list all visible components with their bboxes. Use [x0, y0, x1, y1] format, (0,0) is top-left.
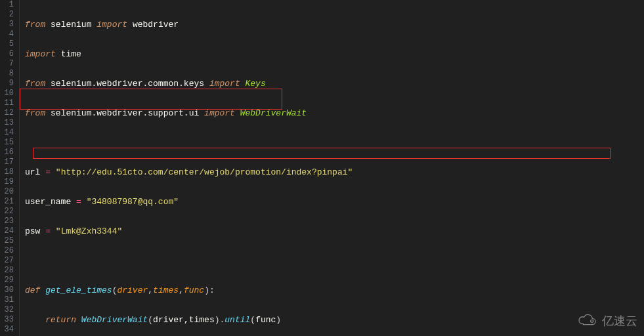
line-number: 17 [0, 158, 14, 167]
line-number: 12 [0, 108, 14, 118]
line-number: 29 [0, 276, 14, 285]
line-number: 31 [0, 295, 14, 305]
code-line: from selenium import webdriver [25, 20, 644, 30]
line-number: 23 [0, 217, 14, 226]
code-line: from selenium.webdriver.support.ui impor… [25, 108, 644, 118]
code-line: url = "http://edu.51cto.com/center/wejob… [25, 167, 644, 177]
line-number: 27 [0, 256, 14, 266]
line-number: 10 [0, 89, 14, 98]
line-number: 2 [0, 10, 14, 20]
line-number: 34 [0, 325, 14, 335]
line-number: 1 [0, 0, 14, 10]
line-number: 19 [0, 177, 14, 187]
line-number: 20 [0, 187, 14, 197]
line-number: 8 [0, 69, 14, 79]
code-line: user_name = "348087987@qq.com" [25, 197, 644, 207]
line-number: 25 [0, 236, 14, 246]
code-line: psw = "Lmk@Zxh3344" [25, 226, 644, 236]
line-number: 24 [0, 226, 14, 236]
highlight-box [20, 89, 282, 110]
code-editor[interactable]: 1234567891011121314151617181920212223242… [0, 0, 644, 336]
code-area[interactable]: from selenium import webdriver import ti… [20, 0, 644, 336]
line-number: 18 [0, 167, 14, 177]
code-line [25, 138, 644, 148]
code-line [25, 256, 644, 266]
line-number: 15 [0, 138, 14, 148]
line-number: 5 [0, 39, 14, 49]
line-number: 6 [0, 49, 14, 59]
line-number: 13 [0, 118, 14, 128]
line-number: 9 [0, 79, 14, 89]
line-number: 21 [0, 197, 14, 207]
line-number: 28 [0, 266, 14, 276]
line-number: 16 [0, 148, 14, 158]
line-number: 14 [0, 128, 14, 138]
line-number: 11 [0, 98, 14, 108]
line-gutter: 1234567891011121314151617181920212223242… [0, 0, 20, 336]
highlight-box [33, 148, 611, 159]
line-number: 7 [0, 59, 14, 69]
line-number: 26 [0, 246, 14, 256]
code-line: def get_ele_times(driver,times,func): [25, 285, 644, 295]
line-number: 22 [0, 207, 14, 217]
line-number: 3 [0, 20, 14, 30]
line-number: 32 [0, 305, 14, 315]
code-line: from selenium.webdriver.common.keys impo… [25, 79, 644, 89]
line-number: 30 [0, 285, 14, 295]
line-number: 4 [0, 30, 14, 39]
code-line: import time [25, 49, 644, 59]
code-line: return WebDriverWait(driver,times).until… [25, 315, 644, 325]
line-number: 33 [0, 315, 14, 325]
